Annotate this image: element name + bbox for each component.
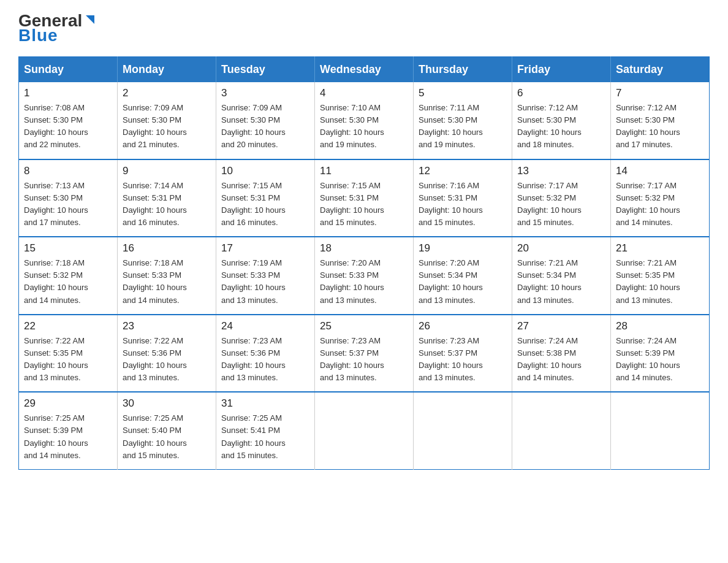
day-number: 13 [517,165,605,177]
header-wednesday: Wednesday [315,57,414,83]
calendar-cell: 28Sunrise: 7:24 AMSunset: 5:39 PMDayligh… [611,315,710,393]
calendar-cell [414,392,512,469]
day-info: Sunrise: 7:15 AMSunset: 5:31 PMDaylight:… [221,180,309,229]
svg-marker-0 [86,15,94,24]
header-thursday: Thursday [414,57,512,83]
day-info: Sunrise: 7:19 AMSunset: 5:33 PMDaylight:… [221,257,309,307]
calendar-cell: 25Sunrise: 7:23 AMSunset: 5:37 PMDayligh… [315,315,414,393]
calendar-cell: 9Sunrise: 7:14 AMSunset: 5:31 PMDaylight… [118,159,216,237]
calendar-week-row: 15Sunrise: 7:18 AMSunset: 5:32 PMDayligh… [19,237,710,315]
day-number: 1 [24,87,112,99]
calendar-week-row: 22Sunrise: 7:22 AMSunset: 5:35 PMDayligh… [19,315,710,393]
day-info: Sunrise: 7:12 AMSunset: 5:30 PMDaylight:… [517,102,605,151]
day-info: Sunrise: 7:09 AMSunset: 5:30 PMDaylight:… [123,102,211,151]
calendar-cell: 30Sunrise: 7:25 AMSunset: 5:40 PMDayligh… [118,392,216,469]
calendar-table: SundayMondayTuesdayWednesdayThursdayFrid… [18,56,710,470]
day-number: 26 [419,320,507,332]
header-saturday: Saturday [611,57,710,83]
day-info: Sunrise: 7:14 AMSunset: 5:31 PMDaylight:… [123,180,211,229]
day-info: Sunrise: 7:25 AMSunset: 5:40 PMDaylight:… [123,412,211,462]
day-info: Sunrise: 7:16 AMSunset: 5:31 PMDaylight:… [419,180,507,229]
day-info: Sunrise: 7:24 AMSunset: 5:38 PMDaylight:… [517,335,605,385]
calendar-week-row: 29Sunrise: 7:25 AMSunset: 5:39 PMDayligh… [19,392,710,469]
day-number: 30 [123,397,211,410]
calendar-cell: 26Sunrise: 7:23 AMSunset: 5:37 PMDayligh… [414,315,512,393]
header-sunday: Sunday [19,57,118,83]
day-number: 14 [616,165,704,177]
day-info: Sunrise: 7:20 AMSunset: 5:33 PMDaylight:… [320,257,408,307]
day-number: 12 [419,165,507,177]
day-number: 19 [419,242,507,255]
calendar-cell: 24Sunrise: 7:23 AMSunset: 5:36 PMDayligh… [216,315,315,393]
calendar-cell: 31Sunrise: 7:25 AMSunset: 5:41 PMDayligh… [216,392,315,469]
calendar-cell: 7Sunrise: 7:12 AMSunset: 5:30 PMDaylight… [611,82,710,159]
day-number: 4 [320,87,408,99]
calendar-cell: 3Sunrise: 7:09 AMSunset: 5:30 PMDaylight… [216,82,315,159]
calendar-cell: 13Sunrise: 7:17 AMSunset: 5:32 PMDayligh… [512,159,611,237]
calendar-cell: 11Sunrise: 7:15 AMSunset: 5:31 PMDayligh… [315,159,414,237]
calendar-cell: 4Sunrise: 7:10 AMSunset: 5:30 PMDaylight… [315,82,414,159]
day-number: 21 [616,242,704,255]
day-number: 18 [320,242,408,255]
logo: General Blue [18,12,97,45]
day-number: 3 [221,87,309,99]
day-number: 6 [517,87,605,99]
day-info: Sunrise: 7:17 AMSunset: 5:32 PMDaylight:… [517,180,605,229]
day-number: 17 [221,242,309,255]
day-info: Sunrise: 7:23 AMSunset: 5:37 PMDaylight:… [320,335,408,385]
calendar-cell: 19Sunrise: 7:20 AMSunset: 5:34 PMDayligh… [414,237,512,315]
day-number: 7 [616,87,704,99]
day-number: 24 [221,320,309,332]
day-number: 23 [123,320,211,332]
day-number: 28 [616,320,704,332]
calendar-cell: 2Sunrise: 7:09 AMSunset: 5:30 PMDaylight… [118,82,216,159]
calendar-cell: 22Sunrise: 7:22 AMSunset: 5:35 PMDayligh… [19,315,118,393]
day-info: Sunrise: 7:08 AMSunset: 5:30 PMDaylight:… [24,102,112,151]
calendar-cell: 15Sunrise: 7:18 AMSunset: 5:32 PMDayligh… [19,237,118,315]
calendar-cell: 14Sunrise: 7:17 AMSunset: 5:32 PMDayligh… [611,159,710,237]
day-number: 5 [419,87,507,99]
day-info: Sunrise: 7:10 AMSunset: 5:30 PMDaylight:… [320,102,408,151]
day-info: Sunrise: 7:15 AMSunset: 5:31 PMDaylight:… [320,180,408,229]
day-number: 10 [221,165,309,177]
day-info: Sunrise: 7:17 AMSunset: 5:32 PMDaylight:… [616,180,704,229]
header-tuesday: Tuesday [216,57,315,83]
day-info: Sunrise: 7:23 AMSunset: 5:36 PMDaylight:… [221,335,309,385]
header-monday: Monday [118,57,216,83]
calendar-cell: 8Sunrise: 7:13 AMSunset: 5:30 PMDaylight… [19,159,118,237]
calendar-cell: 5Sunrise: 7:11 AMSunset: 5:30 PMDaylight… [414,82,512,159]
day-info: Sunrise: 7:22 AMSunset: 5:36 PMDaylight:… [123,335,211,385]
calendar-cell: 29Sunrise: 7:25 AMSunset: 5:39 PMDayligh… [19,392,118,469]
calendar-cell: 12Sunrise: 7:16 AMSunset: 5:31 PMDayligh… [414,159,512,237]
calendar-cell: 1Sunrise: 7:08 AMSunset: 5:30 PMDaylight… [19,82,118,159]
calendar-cell [512,392,611,469]
day-info: Sunrise: 7:21 AMSunset: 5:34 PMDaylight:… [517,257,605,307]
day-info: Sunrise: 7:11 AMSunset: 5:30 PMDaylight:… [419,102,507,151]
calendar-week-row: 1Sunrise: 7:08 AMSunset: 5:30 PMDaylight… [19,82,710,159]
day-number: 22 [24,320,112,332]
day-info: Sunrise: 7:20 AMSunset: 5:34 PMDaylight:… [419,257,507,307]
day-number: 29 [24,397,112,410]
calendar-header-row: SundayMondayTuesdayWednesdayThursdayFrid… [19,57,710,83]
calendar-cell: 16Sunrise: 7:18 AMSunset: 5:33 PMDayligh… [118,237,216,315]
calendar-cell: 18Sunrise: 7:20 AMSunset: 5:33 PMDayligh… [315,237,414,315]
day-info: Sunrise: 7:24 AMSunset: 5:39 PMDaylight:… [616,335,704,385]
day-info: Sunrise: 7:25 AMSunset: 5:39 PMDaylight:… [24,412,112,462]
day-info: Sunrise: 7:09 AMSunset: 5:30 PMDaylight:… [221,102,309,151]
calendar-cell: 10Sunrise: 7:15 AMSunset: 5:31 PMDayligh… [216,159,315,237]
day-number: 20 [517,242,605,255]
day-info: Sunrise: 7:22 AMSunset: 5:35 PMDaylight:… [24,335,112,385]
day-number: 25 [320,320,408,332]
day-number: 2 [123,87,211,99]
day-number: 9 [123,165,211,177]
calendar-cell [611,392,710,469]
day-number: 16 [123,242,211,255]
calendar-cell: 23Sunrise: 7:22 AMSunset: 5:36 PMDayligh… [118,315,216,393]
day-info: Sunrise: 7:18 AMSunset: 5:32 PMDaylight:… [24,257,112,307]
calendar-cell: 27Sunrise: 7:24 AMSunset: 5:38 PMDayligh… [512,315,611,393]
day-info: Sunrise: 7:13 AMSunset: 5:30 PMDaylight:… [24,180,112,229]
logo-triangle-icon [83,13,97,26]
day-info: Sunrise: 7:25 AMSunset: 5:41 PMDaylight:… [221,412,309,462]
day-info: Sunrise: 7:12 AMSunset: 5:30 PMDaylight:… [616,102,704,151]
day-number: 8 [24,165,112,177]
